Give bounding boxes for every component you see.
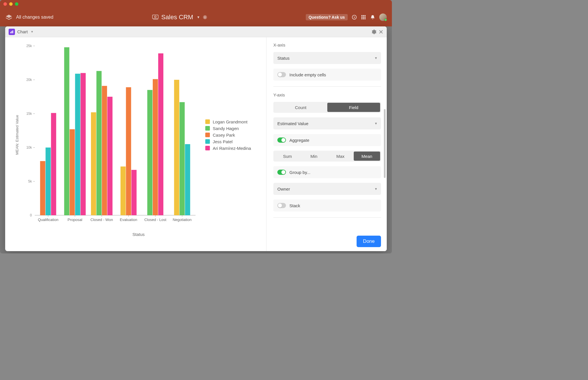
app-header: All changes saved Sales CRM ▼ i Question… [0, 8, 392, 26]
agg-sum-button[interactable]: Sum [274, 152, 301, 161]
help-badge[interactable]: Questions? Ask us [306, 14, 348, 20]
mac-titlebar [0, 0, 392, 8]
groupby-value: Owner [277, 187, 290, 191]
svg-rect-10 [365, 17, 366, 18]
chevron-down-icon[interactable]: ▼ [31, 30, 34, 33]
svg-text:0: 0 [30, 213, 32, 217]
legend-label: Jess Patel [213, 139, 233, 144]
svg-rect-56 [174, 80, 179, 215]
groupby-select[interactable]: Owner ▼ [273, 183, 381, 195]
legend-label: Sandy Hagen [213, 126, 239, 131]
svg-rect-11 [361, 18, 363, 20]
chevron-down-icon: ▼ [374, 122, 378, 125]
panel-toolbar: Chart ▼ [5, 26, 387, 37]
include-empty-label: Include empty cells [289, 72, 326, 77]
legend-item[interactable]: Ari Ramírez-Medina [205, 146, 251, 151]
window-close-dot[interactable] [3, 2, 7, 6]
stack-toggle-row[interactable]: Stack [273, 199, 381, 212]
svg-rect-7 [365, 15, 366, 16]
aggregate-toggle[interactable] [277, 137, 286, 143]
svg-rect-43 [107, 97, 113, 215]
legend-item[interactable]: Sandy Hagen [205, 126, 251, 131]
svg-text:Closed - Won: Closed - Won [90, 218, 113, 222]
help-icon[interactable]: ? [352, 15, 357, 20]
svg-rect-0 [152, 15, 158, 19]
yaxis-count-button[interactable]: Count [274, 103, 327, 112]
legend-item[interactable]: Logan Grandmont [205, 119, 251, 124]
aggregate-label: Aggregate [289, 138, 309, 143]
panel-title[interactable]: Chart [17, 29, 28, 34]
user-avatar[interactable] [379, 13, 387, 21]
svg-rect-36 [75, 74, 80, 215]
svg-rect-52 [153, 79, 158, 215]
agg-mean-button[interactable]: Mean [354, 152, 380, 161]
chevron-down-icon[interactable]: ▼ [197, 15, 200, 19]
done-button[interactable]: Done [357, 236, 381, 247]
svg-rect-15 [11, 31, 12, 33]
chart-editor-panel: Chart ▼ MEAN: Estimated Value 5k10k15k20… [5, 26, 387, 251]
svg-point-1 [154, 16, 156, 18]
svg-text:10k: 10k [26, 146, 32, 150]
svg-text:Proposal: Proposal [67, 218, 82, 222]
bell-icon[interactable] [370, 15, 375, 20]
groupby-toggle[interactable] [277, 170, 286, 175]
legend-label: Ari Ramírez-Medina [213, 146, 251, 151]
legend-label: Casey Park [213, 133, 235, 137]
svg-rect-48 [131, 170, 137, 215]
svg-text:?: ? [353, 16, 355, 19]
gear-icon[interactable] [372, 30, 376, 34]
legend-item[interactable]: Casey Park [205, 133, 251, 137]
legend-swatch [205, 139, 210, 144]
svg-rect-53 [158, 53, 163, 215]
y-axis-label: MEAN: Estimated Value [14, 43, 20, 227]
legend-swatch [205, 133, 210, 137]
xaxis-select[interactable]: Status ▼ [273, 52, 381, 64]
legend-swatch [205, 146, 210, 150]
app-logo-icon [5, 14, 13, 20]
svg-rect-42 [102, 86, 107, 215]
svg-rect-13 [365, 18, 366, 20]
svg-rect-40 [91, 112, 96, 215]
svg-rect-34 [64, 47, 69, 215]
chart-type-icon[interactable] [9, 29, 15, 35]
window-minimize-dot[interactable] [9, 2, 13, 6]
svg-rect-8 [361, 17, 363, 18]
config-sidebar: X-axis Status ▼ Include empty cells Y-ax… [266, 37, 387, 251]
legend-item[interactable]: Jess Patel [205, 139, 251, 144]
include-empty-toggle-row[interactable]: Include empty cells [273, 69, 381, 81]
svg-rect-58 [185, 144, 190, 215]
svg-rect-2 [153, 19, 158, 20]
svg-text:Closed - Lost: Closed - Lost [144, 218, 167, 222]
yaxis-field-button[interactable]: Field [327, 103, 380, 112]
svg-rect-57 [179, 102, 185, 215]
svg-rect-31 [51, 113, 56, 215]
svg-rect-37 [81, 73, 86, 215]
document-title[interactable]: Sales CRM [161, 13, 193, 21]
groupby-toggle-row[interactable]: Group by... [273, 166, 381, 178]
save-status-text: All changes saved [16, 15, 53, 20]
agg-max-button[interactable]: Max [327, 152, 354, 161]
svg-rect-5 [361, 15, 363, 16]
svg-rect-51 [147, 90, 152, 215]
svg-text:5k: 5k [28, 179, 32, 183]
svg-rect-6 [363, 15, 364, 16]
info-icon[interactable]: i [203, 15, 207, 19]
chevron-down-icon: ▼ [374, 56, 378, 60]
yaxis-section-label: Y-axis [273, 92, 381, 97]
include-empty-toggle[interactable] [277, 72, 286, 77]
apps-grid-icon[interactable] [361, 15, 366, 20]
chevron-down-icon: ▼ [374, 187, 378, 191]
legend-swatch [205, 119, 210, 124]
svg-text:Negotiation: Negotiation [173, 218, 192, 222]
legend-swatch [205, 126, 210, 131]
yaxis-field-select[interactable]: Estimated Value ▼ [273, 117, 381, 129]
window-zoom-dot[interactable] [15, 2, 18, 6]
aggregate-toggle-row[interactable]: Aggregate [273, 134, 381, 146]
agg-min-button[interactable]: Min [301, 152, 327, 161]
close-icon[interactable] [379, 30, 383, 34]
svg-rect-30 [46, 148, 51, 215]
sidebar-scrollbar[interactable] [384, 109, 386, 178]
svg-rect-41 [96, 71, 102, 215]
app-window: All changes saved Sales CRM ▼ i Question… [0, 0, 392, 253]
stack-toggle[interactable] [277, 203, 286, 208]
